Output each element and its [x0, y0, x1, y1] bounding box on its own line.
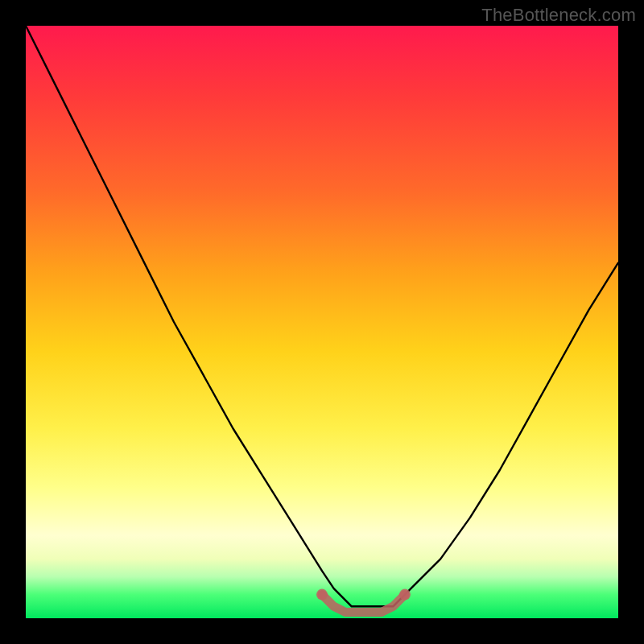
plot-area: [26, 26, 618, 618]
bottleneck-curve-path: [26, 26, 618, 606]
chart-frame: TheBottleneck.com: [0, 0, 644, 644]
curve-layer: [26, 26, 618, 618]
trough-marker-dot: [316, 589, 328, 601]
watermark-text: TheBottleneck.com: [481, 5, 636, 26]
trough-marker-path: [322, 595, 405, 613]
trough-marker-dot: [399, 589, 411, 601]
